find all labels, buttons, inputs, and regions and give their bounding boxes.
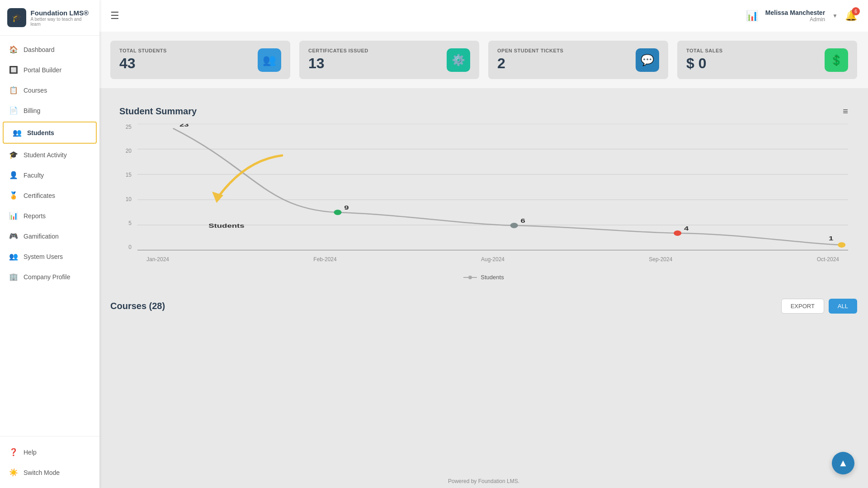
sidebar-item-label: Dashboard [24, 46, 55, 53]
stat-text: CERTIFICATES ISSUED 13 [308, 48, 368, 72]
y-label-15: 15 [126, 172, 132, 178]
stat-card-total-students: TOTAL STUDENTS 43 👥 [110, 41, 290, 79]
company-profile-icon: 🏢 [9, 272, 18, 281]
y-label-20: 20 [126, 148, 132, 154]
sidebar-item-students[interactable]: 👥 Students [3, 122, 97, 144]
user-info: Melissa Manchester Admin [765, 9, 825, 23]
stat-value: 13 [308, 55, 368, 72]
courses-actions: EXPORT ALL [781, 299, 857, 314]
sidebar-item-billing[interactable]: 📄 Billing [0, 100, 99, 121]
analytics-icon[interactable]: 📊 [746, 10, 758, 22]
sidebar-item-label: Courses [24, 87, 47, 94]
legend-line [463, 277, 477, 278]
sidebar-item-faculty[interactable]: 👤 Faculty [0, 165, 99, 185]
export-button[interactable]: EXPORT [781, 299, 824, 314]
stat-value: $ 0 [686, 55, 723, 72]
sidebar-item-label: Company Profile [24, 273, 71, 281]
students-icon: 👥 [13, 128, 22, 137]
portal-builder-icon: 🔲 [9, 66, 18, 74]
sidebar-item-label: Billing [24, 107, 40, 114]
chart-menu-button[interactable]: ≡ [843, 106, 848, 117]
svg-point-12 [674, 230, 681, 236]
courses-header: Courses (28) EXPORT ALL [110, 299, 857, 314]
logo-icon: 🎓 [7, 8, 26, 27]
student-activity-icon: 🎓 [9, 150, 18, 159]
billing-icon: 📄 [9, 106, 18, 115]
stat-icon-students: 👥 [258, 48, 281, 72]
sidebar-item-courses[interactable]: 📋 Courses [0, 80, 99, 100]
sidebar-item-label: Switch Mode [24, 469, 60, 476]
sidebar-item-label: System Users [24, 253, 63, 260]
certificates-icon: 🏅 [9, 191, 18, 200]
chart-card: Student Summary ≡ 25 20 15 10 5 0 [110, 97, 857, 290]
stat-label: TOTAL STUDENTS [119, 48, 167, 53]
sidebar-item-label: Students [27, 129, 54, 136]
help-icon: ❓ [9, 448, 18, 456]
y-axis: 25 20 15 10 5 0 [119, 124, 135, 250]
chart-header: Student Summary ≡ [119, 106, 848, 117]
chart-svg-container: 23 9 6 4 1 Student [137, 124, 848, 250]
stat-card-open-tickets: OPEN STUDENT TICKETS 2 💬 [488, 41, 668, 79]
all-button[interactable]: ALL [829, 299, 857, 314]
stat-label: OPEN STUDENT TICKETS [497, 48, 563, 53]
stat-card-certificates: CERTIFICATES ISSUED 13 ⚙️ [299, 41, 479, 79]
sidebar-nav: 🏠 Dashboard 🔲 Portal Builder 📋 Courses 📄… [0, 36, 99, 436]
sidebar-item-label: Help [24, 449, 37, 456]
dashboard-icon: 🏠 [9, 45, 18, 54]
footer-text: Powered by Foundation LMS. [448, 478, 519, 484]
y-label-25: 25 [126, 124, 132, 130]
sidebar-item-company-profile[interactable]: 🏢 Company Profile [0, 267, 99, 287]
svg-point-10 [510, 223, 518, 228]
main-content: ☰ 📊 Melissa Manchester Admin ▼ 🔔 6 TOTAL… [99, 0, 868, 488]
stat-value: 2 [497, 55, 563, 72]
svg-text:Students: Students [208, 222, 244, 229]
y-label-5: 5 [128, 220, 132, 226]
svg-text:1: 1 [829, 235, 833, 242]
stat-icon-certificates: ⚙️ [447, 48, 470, 72]
scroll-top-button[interactable]: ▲ [832, 452, 854, 474]
notification-badge: 6 [852, 7, 860, 15]
legend-label: Students [481, 274, 504, 281]
svg-point-8 [334, 210, 341, 215]
stat-icon-tickets: 💬 [636, 48, 659, 72]
sidebar-item-certificates[interactable]: 🏅 Certificates [0, 185, 99, 206]
stat-value: 43 [119, 55, 167, 72]
stat-text: OPEN STUDENT TICKETS 2 [497, 48, 563, 72]
faculty-icon: 👤 [9, 171, 18, 179]
sidebar-item-portal-builder[interactable]: 🔲 Portal Builder [0, 60, 99, 80]
user-dropdown-arrow[interactable]: ▼ [832, 13, 838, 19]
courses-icon: 📋 [9, 86, 18, 94]
sidebar-item-label: Gamification [24, 233, 59, 240]
switch-mode-icon: ☀️ [9, 468, 18, 477]
sidebar-item-gamification[interactable]: 🎮 Gamification [0, 226, 99, 246]
hamburger-button[interactable]: ☰ [110, 10, 119, 22]
notification-bell[interactable]: 🔔 6 [845, 10, 857, 22]
chart-title: Student Summary [119, 106, 197, 117]
sidebar-item-label: Certificates [24, 192, 55, 199]
svg-text:6: 6 [520, 217, 525, 224]
content-area: Student Summary ≡ 25 20 15 10 5 0 [99, 88, 868, 474]
x-label-oct: Oct-2024 [817, 256, 839, 263]
stat-label: TOTAL SALES [686, 48, 723, 53]
svg-text:4: 4 [684, 225, 689, 232]
sidebar-item-student-activity[interactable]: 🎓 Student Activity [0, 145, 99, 165]
sidebar-item-help[interactable]: ❓ Help [0, 442, 99, 462]
app-tagline: A better way to teach and learn [31, 17, 92, 27]
x-label-sep: Sep-2024 [649, 256, 672, 263]
sidebar-item-label: Student Activity [24, 151, 67, 159]
chart-area: 25 20 15 10 5 0 [119, 124, 848, 268]
header-right: 📊 Melissa Manchester Admin ▼ 🔔 6 [746, 9, 857, 23]
svg-text:9: 9 [344, 204, 349, 211]
logo: 🎓 Foundation LMS® A better way to teach … [0, 0, 99, 36]
stat-card-total-sales: TOTAL SALES $ 0 💲 [677, 41, 857, 79]
gamification-icon: 🎮 [9, 232, 18, 240]
sidebar-item-system-users[interactable]: 👥 System Users [0, 246, 99, 267]
sidebar-item-reports[interactable]: 📊 Reports [0, 206, 99, 226]
sidebar-item-dashboard[interactable]: 🏠 Dashboard [0, 39, 99, 60]
sidebar-item-label: Faculty [24, 172, 44, 179]
svg-text:23: 23 [179, 124, 189, 127]
sidebar-item-switch-mode[interactable]: ☀️ Switch Mode [0, 462, 99, 483]
x-label-feb: Feb-2024 [313, 256, 336, 263]
sidebar-bottom: ❓ Help ☀️ Switch Mode [0, 436, 99, 488]
header-left: ☰ [110, 10, 119, 22]
